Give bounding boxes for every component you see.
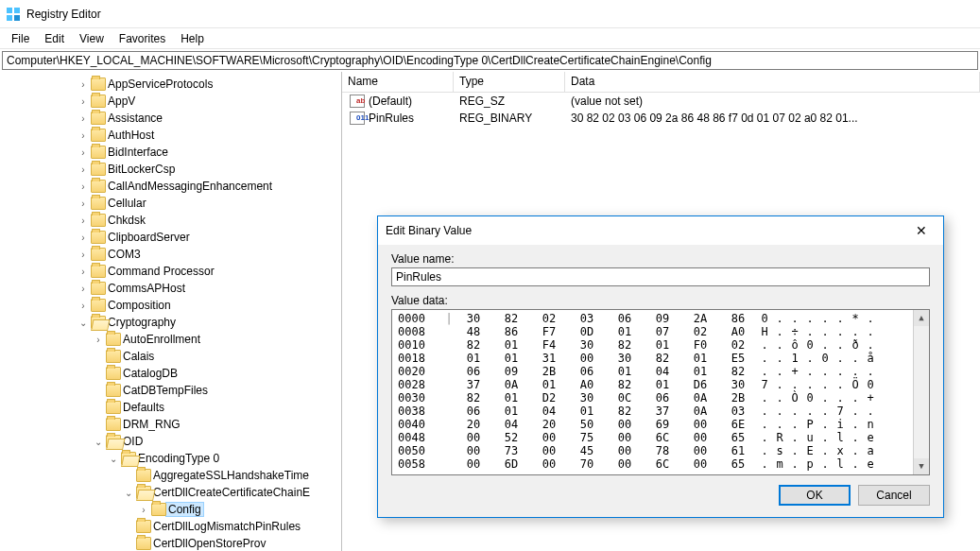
chevron-right-icon[interactable]: › bbox=[76, 301, 91, 311]
chevron-right-icon[interactable]: › bbox=[76, 96, 91, 107]
value-name-input[interactable]: PinRules bbox=[391, 267, 930, 286]
hex-line[interactable]: 0020 06092B0601040182..+..... bbox=[398, 365, 913, 378]
cancel-button[interactable]: Cancel bbox=[858, 485, 930, 506]
tree-item[interactable]: ......›AutoEnrollment bbox=[0, 331, 341, 348]
hex-line[interactable]: 0028 370A01A08201D6307.....Ö0 bbox=[398, 378, 913, 391]
hex-bytes[interactable]: 200420500069006E bbox=[455, 418, 757, 431]
hex-line[interactable]: 0010 8201F4308201F002..ô0..ð. bbox=[398, 338, 913, 352]
chevron-right-icon[interactable]: › bbox=[76, 181, 91, 192]
hex-line[interactable]: 0000|3082020306092A860.....*. bbox=[398, 312, 913, 325]
chevron-right-icon[interactable]: › bbox=[76, 130, 91, 141]
list-row[interactable]: ab(Default)REG_SZ(value not set) bbox=[342, 93, 980, 110]
tree-item[interactable]: .....›Cellular bbox=[0, 195, 341, 212]
close-icon[interactable]: ✕ bbox=[907, 223, 936, 238]
scroll-down-icon[interactable]: ▼ bbox=[914, 458, 929, 474]
menu-file[interactable]: File bbox=[4, 30, 37, 47]
tree-item[interactable]: .....›ClipboardServer bbox=[0, 229, 341, 246]
hex-line[interactable]: 0048 00520075006C0065.R.u.l.e bbox=[398, 431, 913, 444]
hex-bytes[interactable]: 01013100308201E5 bbox=[455, 352, 757, 365]
menu-favorites[interactable]: Favorites bbox=[112, 30, 173, 47]
hex-bytes[interactable]: 4886F70D010702A0 bbox=[455, 325, 757, 338]
hex-bytes[interactable]: 00520075006C0065 bbox=[455, 431, 757, 444]
tree-item-label: Cellular bbox=[108, 197, 146, 210]
tree-item[interactable]: .....›Assistance bbox=[0, 110, 341, 127]
chevron-right-icon[interactable]: › bbox=[91, 335, 106, 345]
chevron-right-icon[interactable]: › bbox=[76, 164, 91, 175]
chevron-right-icon[interactable]: › bbox=[76, 79, 91, 90]
hex-ascii: ..Ò0...+ bbox=[757, 391, 913, 405]
chevron-right-icon[interactable]: › bbox=[76, 215, 91, 226]
tree-item[interactable]: ......>CatDBTempFiles bbox=[0, 382, 341, 399]
tree-item[interactable]: ......>DRM_RNG bbox=[0, 416, 341, 433]
value-name-label: Value name: bbox=[391, 252, 930, 266]
col-header-data[interactable]: Data bbox=[565, 72, 980, 92]
chevron-down-icon[interactable]: ⌄ bbox=[76, 318, 91, 328]
chevron-right-icon[interactable]: › bbox=[76, 250, 91, 260]
folder-icon bbox=[91, 112, 106, 125]
hex-line[interactable]: 0030 8201D2300C060A2B..Ò0...+ bbox=[398, 391, 913, 405]
ok-button[interactable]: OK bbox=[779, 485, 851, 506]
hex-bytes[interactable]: 370A01A08201D630 bbox=[455, 378, 757, 391]
tree-item[interactable]: .....›CommsAPHost bbox=[0, 280, 341, 297]
tree-item[interactable]: .....›Composition bbox=[0, 297, 341, 314]
tree-item[interactable]: ......>Defaults bbox=[0, 399, 341, 416]
col-header-name[interactable]: Name bbox=[342, 72, 454, 92]
hex-scrollbar[interactable]: ▲ ▼ bbox=[913, 310, 929, 474]
hex-bytes[interactable]: 0073004500780061 bbox=[455, 444, 757, 457]
menu-edit[interactable]: Edit bbox=[37, 30, 72, 47]
tree-item[interactable]: .....›AppV bbox=[0, 93, 341, 110]
tree-item[interactable]: .......⌄EncodingType 0 bbox=[0, 450, 341, 467]
tree-item[interactable]: ........>AggregateSSLHandshakeTime bbox=[0, 467, 341, 484]
svg-rect-0 bbox=[7, 8, 12, 13]
chevron-down-icon[interactable]: ⌄ bbox=[91, 437, 106, 447]
chevron-right-icon[interactable]: › bbox=[76, 232, 91, 243]
tree-item[interactable]: ......>CatalogDB bbox=[0, 365, 341, 382]
tree-item[interactable]: ........⌄CertDllCreateCertificateChainE bbox=[0, 484, 341, 501]
col-header-type[interactable]: Type bbox=[454, 72, 565, 92]
chevron-down-icon[interactable]: ⌄ bbox=[121, 488, 136, 498]
tree-item[interactable]: .....›BidInterface bbox=[0, 144, 341, 161]
hex-bytes[interactable]: 006D0070006C0065 bbox=[455, 457, 757, 471]
list-row[interactable]: 011PinRulesREG_BINARY30 82 02 03 06 09 2… bbox=[342, 110, 980, 127]
folder-icon bbox=[91, 316, 106, 329]
hex-bytes[interactable]: 8201F4308201F002 bbox=[455, 338, 757, 352]
hex-line[interactable]: 0038 0601040182370A03.....7.. bbox=[398, 405, 913, 418]
hex-ascii: .R.u.l.e bbox=[757, 431, 913, 444]
tree-item[interactable]: ........>CertDllOpenStoreProv bbox=[0, 535, 341, 551]
tree-item[interactable]: .....›AuthHost bbox=[0, 127, 341, 144]
hex-line[interactable]: 0018 01013100308201E5..1.0..å bbox=[398, 352, 913, 365]
tree-item[interactable]: ......⌄OID bbox=[0, 433, 341, 450]
hex-bytes[interactable]: 0601040182370A03 bbox=[455, 405, 757, 418]
menu-help[interactable]: Help bbox=[173, 30, 212, 47]
chevron-right-icon[interactable]: › bbox=[76, 284, 91, 294]
chevron-down-icon[interactable]: ⌄ bbox=[106, 454, 121, 464]
chevron-right-icon[interactable]: › bbox=[76, 267, 91, 277]
tree-pane[interactable]: .....›AppServiceProtocols.....›AppV.....… bbox=[0, 72, 342, 551]
tree-item[interactable]: .........›Config bbox=[0, 501, 341, 518]
scroll-up-icon[interactable]: ▲ bbox=[914, 310, 929, 326]
hex-editor[interactable]: 0000|3082020306092A860.....*.0008 4886F7… bbox=[391, 309, 930, 475]
hex-line[interactable]: 0040 200420500069006E...P.i.n bbox=[398, 418, 913, 431]
tree-item[interactable]: .....⌄Cryptography bbox=[0, 314, 341, 331]
hex-line[interactable]: 0008 4886F70D010702A0H.÷..... bbox=[398, 325, 913, 338]
tree-item[interactable]: .....›AppServiceProtocols bbox=[0, 76, 341, 93]
menu-view[interactable]: View bbox=[72, 30, 112, 47]
hex-bytes[interactable]: 06092B0601040182 bbox=[455, 365, 757, 378]
chevron-right-icon[interactable]: › bbox=[136, 505, 151, 515]
tree-item[interactable]: ........>CertDllLogMismatchPinRules bbox=[0, 518, 341, 535]
tree-item[interactable]: .....›Chkdsk bbox=[0, 212, 341, 229]
tree-item[interactable]: .....›COM3 bbox=[0, 246, 341, 263]
tree-item[interactable]: .....›BitLockerCsp bbox=[0, 161, 341, 178]
address-bar[interactable]: Computer\HKEY_LOCAL_MACHINE\SOFTWARE\Mic… bbox=[2, 51, 978, 70]
tree-item[interactable]: .....›CallAndMessagingEnhancement bbox=[0, 178, 341, 195]
chevron-right-icon: > bbox=[121, 522, 136, 532]
chevron-right-icon[interactable]: › bbox=[76, 198, 91, 209]
hex-line[interactable]: 0058 006D0070006C0065.m.p.l.e bbox=[398, 457, 913, 471]
chevron-right-icon[interactable]: › bbox=[76, 113, 91, 124]
hex-bytes[interactable]: 3082020306092A86 bbox=[455, 312, 757, 325]
tree-item[interactable]: .....›Command Processor bbox=[0, 263, 341, 280]
tree-item[interactable]: ......>Calais bbox=[0, 348, 341, 365]
hex-bytes[interactable]: 8201D2300C060A2B bbox=[455, 391, 757, 405]
hex-line[interactable]: 0050 0073004500780061.s.E.x.a bbox=[398, 444, 913, 457]
chevron-right-icon[interactable]: › bbox=[76, 147, 91, 158]
